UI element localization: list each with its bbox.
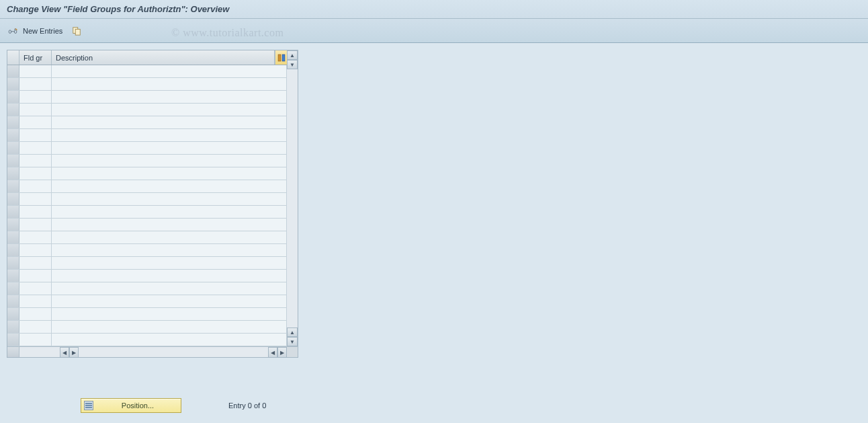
cell-description[interactable] xyxy=(52,308,287,320)
cell-description[interactable] xyxy=(52,257,287,269)
row-selector[interactable] xyxy=(7,308,19,320)
row-selector[interactable] xyxy=(7,321,19,333)
scroll-left-step-button[interactable]: ◀ xyxy=(268,347,277,358)
cell-fld-gr[interactable] xyxy=(19,65,52,77)
column-header-fld-gr[interactable]: Fld gr xyxy=(19,50,52,65)
hscroll-track[interactable] xyxy=(79,347,268,357)
cell-description[interactable] xyxy=(52,129,287,141)
scroll-corner xyxy=(287,347,298,357)
cell-fld-gr[interactable] xyxy=(19,206,52,218)
row-selector[interactable] xyxy=(7,231,19,243)
svg-rect-6 xyxy=(85,407,92,408)
cell-fld-gr[interactable] xyxy=(19,180,52,192)
row-selector[interactable] xyxy=(7,193,19,205)
row-selector[interactable] xyxy=(7,155,19,167)
cell-description[interactable] xyxy=(52,334,287,346)
cell-fld-gr[interactable] xyxy=(19,257,52,269)
cell-fld-gr[interactable] xyxy=(19,142,52,154)
copy-as-icon[interactable] xyxy=(71,25,83,37)
cell-fld-gr[interactable] xyxy=(19,244,52,256)
cell-description[interactable] xyxy=(52,65,287,77)
cell-description[interactable] xyxy=(52,91,287,103)
position-label: Position... xyxy=(97,401,178,410)
cell-description[interactable] xyxy=(52,78,287,90)
position-button[interactable]: Position... xyxy=(81,398,181,413)
table-row xyxy=(7,334,287,346)
row-selector[interactable] xyxy=(7,104,19,116)
row-selector[interactable] xyxy=(7,65,19,77)
cell-description[interactable] xyxy=(52,321,287,333)
cell-fld-gr[interactable] xyxy=(19,91,52,103)
toggle-display-change-icon[interactable] xyxy=(7,25,19,37)
row-selector[interactable] xyxy=(7,244,19,256)
scroll-right-button[interactable]: ▶ xyxy=(277,347,287,358)
row-selector[interactable] xyxy=(7,334,19,346)
vscroll-track[interactable] xyxy=(287,69,298,328)
scroll-left-button[interactable]: ◀ xyxy=(60,347,69,358)
cell-fld-gr[interactable] xyxy=(19,193,52,205)
cell-description[interactable] xyxy=(52,155,287,167)
row-selector[interactable] xyxy=(7,129,19,141)
cell-description[interactable] xyxy=(52,282,287,295)
cell-fld-gr[interactable] xyxy=(19,219,52,231)
cell-fld-gr[interactable] xyxy=(19,282,52,295)
svg-rect-5 xyxy=(85,405,92,406)
cell-fld-gr[interactable] xyxy=(19,295,52,307)
row-selector[interactable] xyxy=(7,270,19,282)
cell-fld-gr[interactable] xyxy=(19,321,52,333)
scroll-up-button[interactable]: ▲ xyxy=(287,50,298,60)
scroll-right-step-button[interactable]: ▶ xyxy=(69,347,79,358)
hscroll-spacer xyxy=(7,347,19,357)
row-selector[interactable] xyxy=(7,116,19,128)
cell-fld-gr[interactable] xyxy=(19,231,52,243)
cell-description[interactable] xyxy=(52,180,287,192)
table-row xyxy=(7,244,287,257)
cell-description[interactable] xyxy=(52,295,287,307)
cell-fld-gr[interactable] xyxy=(19,155,52,167)
row-selector[interactable] xyxy=(7,167,19,180)
entry-status: Entry 0 of 0 xyxy=(228,401,266,410)
table-row xyxy=(7,142,287,155)
table-row xyxy=(7,308,287,321)
cell-fld-gr[interactable] xyxy=(19,167,52,180)
row-selector[interactable] xyxy=(7,180,19,192)
row-selector[interactable] xyxy=(7,282,19,295)
cell-description[interactable] xyxy=(52,142,287,154)
cell-fld-gr[interactable] xyxy=(19,270,52,282)
cell-fld-gr[interactable] xyxy=(19,104,52,116)
table-settings-icon[interactable] xyxy=(275,50,287,65)
scroll-up-step-button[interactable]: ▲ xyxy=(287,328,298,337)
row-selector[interactable] xyxy=(7,91,19,103)
toolbar: New Entries xyxy=(0,19,868,43)
row-selector[interactable] xyxy=(7,206,19,218)
cell-description[interactable] xyxy=(52,219,287,231)
cell-fld-gr[interactable] xyxy=(19,116,52,128)
cell-fld-gr[interactable] xyxy=(19,129,52,141)
scroll-down-button[interactable]: ▼ xyxy=(287,337,298,346)
row-selector[interactable] xyxy=(7,142,19,154)
row-selector[interactable] xyxy=(7,78,19,90)
cell-fld-gr[interactable] xyxy=(19,334,52,346)
select-all-header[interactable] xyxy=(7,50,19,65)
row-selector[interactable] xyxy=(7,257,19,269)
table-row xyxy=(7,78,287,91)
cell-description[interactable] xyxy=(52,116,287,128)
table-row xyxy=(7,167,287,180)
cell-fld-gr[interactable] xyxy=(19,78,52,90)
column-header-description[interactable]: Description xyxy=(52,50,275,65)
cell-description[interactable] xyxy=(52,193,287,205)
cell-fld-gr[interactable] xyxy=(19,308,52,320)
scroll-down-step-button[interactable]: ▼ xyxy=(287,60,298,69)
content-area: Fld gr Description xyxy=(0,43,868,423)
cell-description[interactable] xyxy=(52,104,287,116)
row-selector[interactable] xyxy=(7,219,19,231)
cell-description[interactable] xyxy=(52,167,287,180)
svg-rect-2 xyxy=(278,54,281,61)
cell-description[interactable] xyxy=(52,244,287,256)
row-selector[interactable] xyxy=(7,295,19,307)
cell-description[interactable] xyxy=(52,231,287,243)
cell-description[interactable] xyxy=(52,270,287,282)
table-row xyxy=(7,91,287,104)
cell-description[interactable] xyxy=(52,206,287,218)
new-entries-button[interactable]: New Entries xyxy=(23,27,62,35)
